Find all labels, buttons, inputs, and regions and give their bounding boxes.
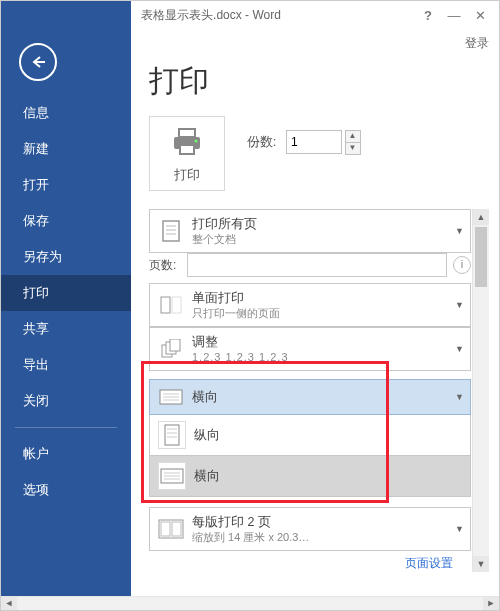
print-header-row: 打印 份数: ▲ ▼ [149, 116, 489, 191]
page-title: 打印 [149, 61, 489, 102]
svg-rect-17 [165, 425, 179, 445]
nav-options[interactable]: 选项 [1, 472, 131, 508]
svg-rect-2 [180, 145, 194, 154]
nav-separator [15, 427, 117, 428]
info-icon[interactable]: i [453, 256, 471, 274]
landscape-icon [158, 384, 184, 410]
nav-share[interactable]: 共享 [1, 311, 131, 347]
minimize-button[interactable]: — [441, 8, 467, 23]
svg-rect-9 [172, 297, 181, 313]
collate-sub: 1,2,3 1,2,3 1,2,3 [192, 350, 451, 364]
nav-info[interactable]: 信息 [1, 95, 131, 131]
nav-export[interactable]: 导出 [1, 347, 131, 383]
scroll-thumb[interactable] [475, 227, 487, 287]
orientation-option-landscape[interactable]: 横向 [149, 456, 471, 497]
collate-icon [158, 336, 184, 362]
duplex-icon [158, 292, 184, 318]
copies-input[interactable] [286, 130, 342, 154]
pages-row: 页数: i [149, 253, 471, 277]
vertical-scrollbar[interactable]: ▲ ▼ [472, 209, 489, 572]
printer-icon [170, 127, 204, 157]
nav-print[interactable]: 打印 [1, 275, 131, 311]
copies-spinner: ▲ ▼ [345, 130, 361, 155]
pages-per-sheet-dropdown[interactable]: 每版打印 2 页 缩放到 14 厘米 x 20.3… ▼ [149, 507, 471, 551]
close-button[interactable]: ✕ [467, 8, 493, 23]
portrait-icon [158, 421, 186, 449]
copies-group: 份数: ▲ ▼ [247, 130, 361, 155]
pages-label: 页数: [149, 257, 187, 274]
svg-rect-26 [161, 522, 170, 536]
pps-icon [158, 516, 184, 542]
collate-dropdown[interactable]: 调整 1,2,3 1,2,3 1,2,3 ▼ [149, 327, 471, 371]
svg-rect-0 [179, 129, 195, 137]
pps-title: 每版打印 2 页 [192, 514, 451, 530]
back-button[interactable] [19, 43, 57, 81]
nav-close[interactable]: 关闭 [1, 383, 131, 419]
help-button[interactable]: ? [415, 8, 441, 23]
print-pane: 打印 打印 份数: ▲ ▼ [131, 29, 499, 597]
orientation-option-label: 横向 [194, 467, 220, 485]
copies-label: 份数: [247, 134, 277, 149]
svg-point-3 [195, 140, 198, 143]
pages-input[interactable] [187, 253, 447, 277]
scroll-left-button[interactable]: ◄ [1, 597, 17, 610]
nav-account[interactable]: 帐户 [1, 436, 131, 472]
horizontal-scrollbar[interactable]: ◄ ► [1, 596, 499, 610]
body: 信息 新建 打开 保存 另存为 打印 共享 导出 关闭 帐户 选项 打印 [1, 29, 499, 597]
svg-rect-25 [159, 520, 183, 538]
scroll-up-button[interactable]: ▲ [473, 209, 489, 225]
chevron-down-icon: ▼ [455, 226, 464, 236]
svg-rect-4 [163, 221, 179, 241]
chevron-down-icon: ▼ [455, 344, 464, 354]
titlebar: 表格显示表头.docx - Word ? — ✕ [1, 1, 499, 29]
copies-up[interactable]: ▲ [345, 130, 361, 142]
sides-sub: 只打印一侧的页面 [192, 306, 451, 320]
window-title: 表格显示表头.docx - Word [7, 7, 415, 24]
nav-open[interactable]: 打开 [1, 167, 131, 203]
nav-new[interactable]: 新建 [1, 131, 131, 167]
pps-sub: 缩放到 14 厘米 x 20.3… [192, 530, 451, 544]
orientation-selected: 横向 [192, 389, 451, 405]
settings: 打印所有页 整个文档 ▼ 页数: i 单面打印 只打印一 [149, 209, 489, 572]
sides-title: 单面打印 [192, 290, 451, 306]
scroll-right-button[interactable]: ► [483, 597, 499, 610]
chevron-down-icon: ▼ [455, 392, 464, 402]
nav-saveas[interactable]: 另存为 [1, 239, 131, 275]
print-button[interactable]: 打印 [149, 116, 225, 191]
chevron-down-icon: ▼ [455, 300, 464, 310]
orientation-dropdown[interactable]: 横向 ▼ [149, 379, 471, 415]
svg-rect-12 [170, 339, 180, 351]
page-icon [158, 218, 184, 244]
page-setup-link[interactable]: 页面设置 [149, 555, 453, 572]
svg-rect-27 [172, 522, 181, 536]
collate-title: 调整 [192, 334, 451, 350]
copies-down[interactable]: ▼ [345, 142, 361, 155]
scroll-down-button[interactable]: ▼ [473, 556, 489, 572]
sidebar: 信息 新建 打开 保存 另存为 打印 共享 导出 关闭 帐户 选项 [1, 29, 131, 597]
sides-dropdown[interactable]: 单面打印 只打印一侧的页面 ▼ [149, 283, 471, 327]
orientation-option-portrait[interactable]: 纵向 [149, 415, 471, 456]
nav-save[interactable]: 保存 [1, 203, 131, 239]
landscape-icon [158, 462, 186, 490]
chevron-down-icon: ▼ [455, 524, 464, 534]
orientation-option-label: 纵向 [194, 426, 220, 444]
print-range-title: 打印所有页 [192, 216, 451, 232]
word-backstage: 表格显示表头.docx - Word ? — ✕ 登录 信息 新建 打开 保存 … [0, 0, 500, 611]
print-range-sub: 整个文档 [192, 232, 451, 246]
orientation-group: 横向 ▼ 纵向 横向 [149, 379, 471, 497]
print-button-label: 打印 [170, 166, 204, 184]
print-range-dropdown[interactable]: 打印所有页 整个文档 ▼ [149, 209, 471, 253]
svg-rect-8 [161, 297, 170, 313]
